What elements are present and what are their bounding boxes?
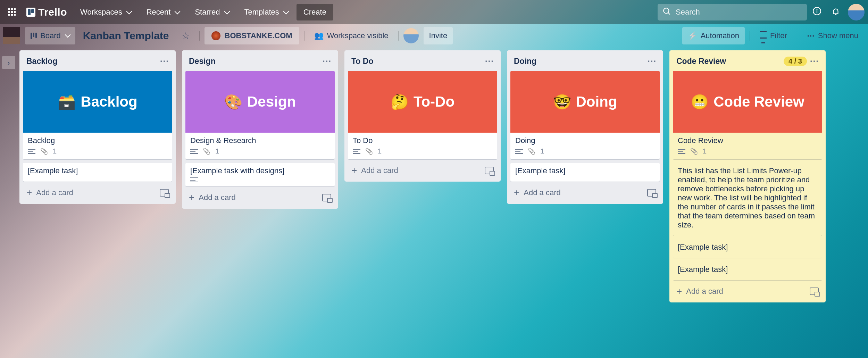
card[interactable]: 🎨DesignDesign & Research1 (185, 71, 335, 159)
attachment-icon (365, 147, 373, 155)
card-body: Doing1 (510, 133, 660, 159)
card-title: To Do (353, 136, 492, 145)
card[interactable]: [Example task] (673, 261, 822, 280)
card-body: To Do1 (348, 133, 497, 159)
info-button[interactable] (808, 4, 826, 20)
card-title: [Example task] (28, 166, 167, 175)
chevron-down-icon (64, 31, 70, 40)
add-card-button[interactable]: +Add a card (185, 190, 335, 205)
card-template-icon[interactable] (647, 189, 656, 197)
automation-button[interactable]: Automation (682, 27, 745, 44)
show-menu-button[interactable]: Show menu (802, 27, 863, 44)
attachment-icon (690, 147, 698, 155)
card-cover: 🤓Doing (510, 71, 660, 133)
view-switcher[interactable]: Board (25, 27, 75, 44)
list-menu-button[interactable] (810, 56, 819, 67)
apps-launcher-button[interactable] (3, 4, 20, 20)
card-badges: 1 (515, 147, 655, 155)
card-body: [Example task] (673, 261, 822, 280)
chevron-right-icon: › (8, 59, 10, 67)
site-favicon-icon (211, 31, 220, 40)
star-icon (182, 31, 190, 41)
list-header: Code Review4 / 3 (673, 55, 822, 67)
add-card-label: Add a card (199, 193, 235, 202)
card[interactable]: 🤔To-DoTo Do1 (348, 71, 497, 159)
add-card-button[interactable]: +Add a card (23, 185, 172, 200)
card[interactable]: [Example task] (673, 239, 822, 258)
card[interactable]: [Example task] (23, 163, 172, 182)
card[interactable]: [Example task] (510, 163, 660, 182)
global-header: Trello Workspaces Recent Starred Templat… (0, 0, 868, 24)
attachment-count: 1 (53, 147, 57, 155)
card[interactable]: 😬Code ReviewCode Review1 (673, 71, 822, 159)
list-menu-button[interactable] (160, 56, 169, 67)
board-canvas[interactable]: Backlog🗃️BacklogBacklog1[Example task]+A… (17, 48, 868, 358)
card-template-icon[interactable] (322, 194, 331, 201)
external-site-link[interactable]: BOBSTANKE.COM (205, 27, 299, 44)
card-body: [Example task with designs] (185, 163, 335, 186)
list: Doing🤓DoingDoing1[Example task]+Add a ca… (507, 50, 663, 204)
board-canvas-row: › Backlog🗃️BacklogBacklog1[Example task]… (0, 48, 868, 358)
card-cover: 😬Code Review (673, 71, 822, 133)
plus-icon: + (676, 286, 682, 296)
card-title: Backlog (28, 136, 167, 145)
create-button[interactable]: Create (297, 4, 333, 20)
list-title[interactable]: Doing (514, 57, 647, 66)
card-template-icon[interactable] (810, 288, 819, 295)
visibility-button[interactable]: 👥 Workspace visible (309, 27, 393, 44)
workspace-avatar[interactable] (3, 27, 20, 44)
list-menu-button[interactable] (647, 56, 656, 67)
description-icon (190, 149, 198, 154)
nav-workspaces[interactable]: Workspaces (73, 4, 138, 20)
nav-recent[interactable]: Recent (140, 4, 187, 20)
list-limit-badge: 4 / 3 (784, 57, 807, 66)
description-icon (28, 149, 35, 154)
attachment-icon (40, 147, 48, 155)
description-icon (190, 177, 198, 182)
nav-templates[interactable]: Templates (237, 4, 295, 20)
card[interactable]: This list has the List Limits Power-up e… (673, 163, 822, 236)
list-menu-button[interactable] (485, 56, 494, 67)
card-title: Design & Research (190, 136, 330, 145)
star-board-button[interactable] (177, 27, 194, 44)
board-title[interactable]: Kanban Template (80, 30, 172, 42)
sidebar-collapsed: › (0, 48, 17, 358)
card-title: This list has the List Limits Power-up e… (678, 166, 817, 230)
invite-button[interactable]: Invite (424, 27, 453, 44)
plus-icon: + (351, 166, 357, 175)
notifications-button[interactable] (827, 4, 844, 20)
card-template-icon[interactable] (485, 167, 494, 174)
list-title[interactable]: Code Review (676, 57, 784, 66)
search-input[interactable] (676, 8, 802, 17)
card-template-icon[interactable] (160, 189, 169, 197)
board-member-avatar[interactable] (403, 28, 419, 43)
card[interactable]: [Example task with designs] (185, 163, 335, 186)
global-search[interactable] (658, 4, 807, 20)
list-title[interactable]: To Do (351, 57, 485, 66)
list-menu-button[interactable] (322, 56, 331, 67)
card-body: [Example task] (23, 163, 172, 182)
trello-logo-icon (26, 8, 35, 17)
expand-sidebar-button[interactable]: › (2, 56, 15, 69)
filter-button[interactable]: Filter (755, 27, 792, 44)
add-card-button[interactable]: +Add a card (348, 163, 497, 178)
brand-home-link[interactable]: Trello (22, 6, 72, 18)
nav-starred[interactable]: Starred (188, 4, 236, 20)
svg-point-4 (817, 9, 817, 9)
list-title[interactable]: Design (189, 57, 322, 66)
card-badges: 1 (678, 147, 817, 155)
add-card-button[interactable]: +Add a card (510, 185, 660, 200)
card[interactable]: 🤓DoingDoing1 (510, 71, 660, 159)
attachment-count: 1 (703, 147, 707, 155)
card-cover: 🎨Design (185, 71, 335, 133)
card-badges: 1 (190, 147, 330, 155)
filter-icon (760, 31, 767, 41)
brand-name: Trello (38, 6, 67, 18)
list-title[interactable]: Backlog (26, 57, 160, 66)
add-card-button[interactable]: +Add a card (673, 284, 822, 299)
list-header: Doing (510, 55, 660, 67)
account-avatar[interactable] (848, 4, 865, 20)
card[interactable]: 🗃️BacklogBacklog1 (23, 71, 172, 159)
board-icon (31, 33, 37, 39)
ellipsis-icon (807, 31, 815, 40)
